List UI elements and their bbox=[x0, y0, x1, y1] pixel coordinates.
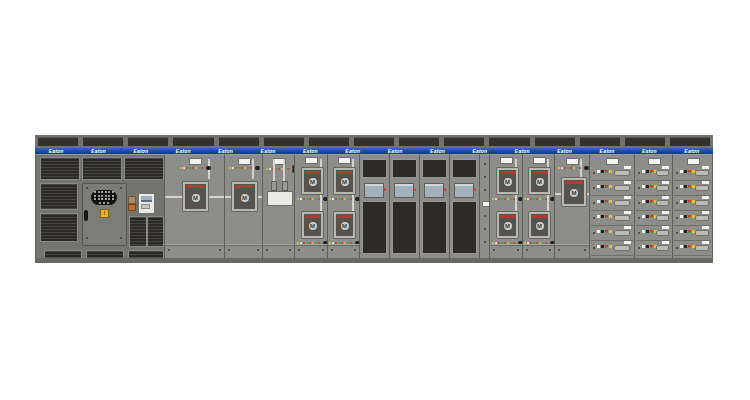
breaker-label-strip bbox=[235, 185, 254, 188]
main-breaker-section-2: M bbox=[225, 154, 263, 258]
pushbutton-dot bbox=[99, 202, 101, 204]
hinge-dot bbox=[484, 176, 486, 178]
breaker-faceplate: M bbox=[234, 184, 255, 209]
hinge-dot bbox=[484, 228, 486, 230]
pushbutton-dot bbox=[108, 195, 110, 197]
circuit-label bbox=[702, 211, 709, 214]
section-nameplate bbox=[189, 158, 202, 165]
ventilation-louver bbox=[128, 250, 164, 258]
feeder-indicator-cluster bbox=[642, 185, 657, 188]
indicator-light bbox=[266, 168, 268, 170]
pushbutton-dot bbox=[112, 191, 114, 193]
product-image-canvas: EatonEatonEatonEatonEatonEatonEatonEaton… bbox=[0, 0, 750, 400]
breaker-label-strip bbox=[500, 215, 515, 218]
indicator-light bbox=[609, 230, 612, 233]
indicator-light bbox=[542, 198, 544, 200]
breaker-label-strip bbox=[532, 171, 547, 174]
air-circuit-breaker: M bbox=[182, 181, 209, 212]
indicator-light bbox=[601, 185, 604, 188]
breaker-faceplate: M bbox=[531, 170, 548, 192]
roof-vent-slot bbox=[670, 137, 710, 146]
drive-lower-door bbox=[422, 201, 447, 254]
unit-latch bbox=[676, 187, 678, 189]
feeder-indicator-cluster bbox=[642, 170, 657, 173]
hmi-screen bbox=[364, 183, 384, 198]
indicator-light bbox=[601, 200, 604, 203]
breaker-operating-handle bbox=[656, 200, 669, 206]
hinge-dot bbox=[484, 241, 486, 243]
tie-breaker-section: M bbox=[555, 154, 590, 258]
indicator-light bbox=[579, 167, 581, 169]
pushbutton-dot bbox=[112, 195, 114, 197]
section-nameplate bbox=[238, 158, 251, 165]
roof-vent-slot bbox=[309, 137, 349, 146]
indicator-light bbox=[684, 245, 687, 248]
feeder-unit-row bbox=[674, 195, 711, 211]
main-incomer-cabinet: ! bbox=[35, 154, 165, 258]
indicator-light bbox=[309, 198, 311, 200]
roof-vent-slot bbox=[625, 137, 665, 146]
indicator-light bbox=[344, 198, 346, 200]
pushbutton-dot bbox=[94, 191, 96, 193]
air-circuit-breaker: M bbox=[231, 181, 258, 212]
indicator-light bbox=[315, 198, 317, 200]
distribution-panel-2 bbox=[635, 154, 673, 258]
screw bbox=[584, 249, 586, 251]
unit-latch bbox=[638, 247, 640, 249]
breaker-operating-handle bbox=[695, 245, 709, 251]
indicator-light bbox=[646, 200, 649, 203]
indicator-light bbox=[539, 198, 541, 200]
indicator-light bbox=[564, 167, 566, 169]
roof-vent-slot bbox=[535, 137, 575, 146]
feeder-unit-row bbox=[674, 240, 711, 256]
roof-vent-slot bbox=[219, 137, 259, 146]
feeder-unit-row bbox=[591, 225, 633, 241]
indicator-light bbox=[609, 245, 612, 248]
breaker-label-strip bbox=[337, 171, 352, 174]
unit-latch bbox=[638, 187, 640, 189]
indicator-light bbox=[646, 185, 649, 188]
unit-latch bbox=[593, 187, 595, 189]
drive-vent-panel bbox=[392, 159, 417, 178]
hmi-screen bbox=[424, 183, 444, 198]
feeder-indicator-cluster bbox=[597, 230, 612, 233]
feeder-unit-row bbox=[636, 210, 671, 226]
indicator-light bbox=[601, 170, 604, 173]
indicator-light bbox=[318, 198, 320, 200]
section-nameplate bbox=[566, 158, 579, 165]
control-switch bbox=[584, 166, 589, 170]
indicator-light bbox=[235, 167, 237, 169]
meter-keypad bbox=[141, 204, 150, 209]
feeder-unit-row bbox=[636, 195, 671, 211]
screw bbox=[168, 249, 170, 251]
breaker-label-strip bbox=[500, 171, 515, 174]
indicator-light-cluster bbox=[329, 197, 360, 201]
air-circuit-breaker: M bbox=[496, 167, 519, 195]
indicator-light bbox=[341, 198, 343, 200]
pushbutton-dot bbox=[112, 198, 114, 200]
feeder-indicator-cluster bbox=[680, 185, 695, 188]
circuit-label bbox=[662, 226, 669, 229]
indicator-light bbox=[680, 230, 683, 233]
indicator-light bbox=[642, 185, 645, 188]
brand-wordmark: Eaton bbox=[684, 149, 699, 154]
distribution-panel-3 bbox=[673, 154, 713, 258]
indicator-light bbox=[300, 198, 302, 200]
feeder-unit-row bbox=[674, 225, 711, 241]
hmi-screen bbox=[454, 183, 474, 198]
circuit-label bbox=[662, 196, 669, 199]
indicator-light bbox=[601, 230, 604, 233]
relay-module bbox=[128, 196, 136, 204]
feeder-unit-row bbox=[674, 165, 711, 181]
circuit-label bbox=[702, 241, 709, 244]
breaker-operating-handle bbox=[656, 245, 669, 251]
indicator-light bbox=[642, 245, 645, 248]
air-circuit-breaker: M bbox=[528, 167, 551, 195]
pushbutton-dot bbox=[108, 198, 110, 200]
ventilation-louver bbox=[147, 216, 164, 247]
air-circuit-breaker: M bbox=[301, 211, 324, 239]
ventilation-louver bbox=[40, 183, 78, 210]
indicator-light-cluster bbox=[524, 197, 555, 201]
screw bbox=[517, 249, 519, 251]
indicator-light-cluster bbox=[558, 166, 589, 170]
